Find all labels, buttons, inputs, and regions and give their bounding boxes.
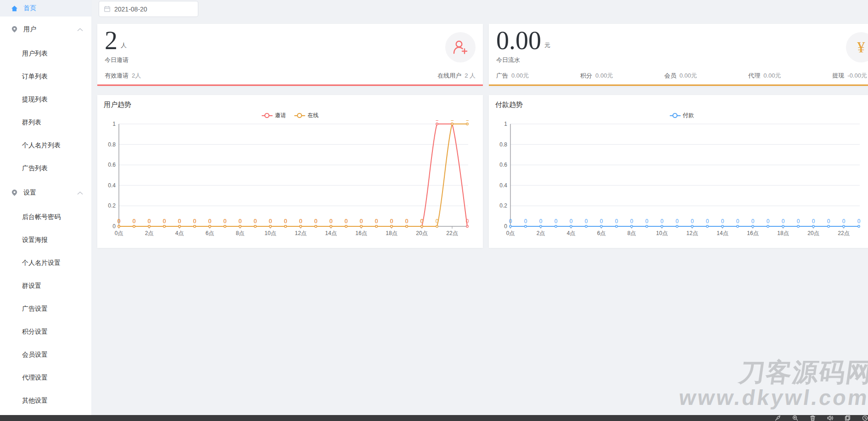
svg-text:0: 0: [360, 218, 363, 225]
sidebar-item-1-3[interactable]: 群设置: [0, 275, 91, 298]
legend-marker-icon: [262, 113, 273, 118]
legend-item-邀请[interactable]: 邀请: [262, 112, 286, 119]
stat-footer-item: 在线用户2 人: [437, 72, 476, 80]
sidebar-item-0-3[interactable]: 群列表: [0, 111, 91, 134]
legend-item-在线[interactable]: 在线: [294, 112, 319, 119]
svg-text:0: 0: [509, 218, 512, 225]
chart-legend: 邀请在线: [97, 112, 483, 119]
stat-footer-item: 代理0.00元: [748, 72, 781, 80]
svg-text:0: 0: [842, 218, 846, 225]
sidebar-group-label: 用户: [23, 25, 36, 34]
taskbar: [0, 415, 868, 421]
svg-text:0: 0: [254, 218, 257, 225]
svg-text:1: 1: [504, 121, 507, 127]
window-icon[interactable]: [845, 415, 851, 421]
sidebar-groups: 用户用户列表订单列表提现列表群列表个人名片列表广告列表设置后台帐号密码设置海报个…: [0, 17, 91, 412]
sidebar-item-1-0[interactable]: 后台帐号密码: [0, 206, 91, 229]
date-picker-input[interactable]: 2021-08-20: [99, 1, 198, 17]
svg-text:0: 0: [661, 218, 664, 225]
sidebar-item-home[interactable]: 首页: [0, 0, 91, 17]
user-trend-chart: 00.20.40.60.810点2点4点6点8点10点12点14点16点18点2…: [97, 120, 483, 248]
stat-footer-item: 会员0.00元: [664, 72, 697, 80]
sidebar-item-0-5[interactable]: 广告列表: [0, 157, 91, 180]
speaker-icon[interactable]: [827, 415, 833, 421]
sidebar-group-0[interactable]: 用户: [0, 17, 91, 42]
svg-text:0.8: 0.8: [108, 141, 116, 148]
trash-icon[interactable]: [810, 415, 816, 421]
svg-text:20点: 20点: [416, 230, 427, 236]
svg-text:0: 0: [782, 218, 785, 225]
sidebar-item-0-1[interactable]: 订单列表: [0, 65, 91, 88]
svg-text:0: 0: [224, 218, 227, 225]
stat-footer-label: 会员: [664, 72, 676, 80]
calendar-icon: [104, 6, 111, 12]
svg-text:0: 0: [269, 218, 272, 225]
svg-text:0: 0: [314, 218, 318, 225]
svg-text:0: 0: [420, 218, 424, 225]
svg-text:0: 0: [827, 218, 830, 225]
svg-text:0: 0: [193, 218, 196, 225]
svg-text:0: 0: [345, 218, 348, 225]
svg-text:0: 0: [112, 223, 116, 230]
stat-footer-value: 0.00元: [763, 72, 781, 80]
svg-text:0: 0: [133, 218, 136, 225]
watermark: 刀客源码网 www.dkywl.com: [678, 359, 868, 409]
sidebar-item-1-8[interactable]: 其他设置: [0, 389, 91, 412]
chart-title: 用户趋势: [104, 101, 131, 109]
chevron-up-icon: [77, 26, 83, 33]
svg-text:0.6: 0.6: [499, 162, 507, 168]
svg-text:0: 0: [585, 218, 588, 225]
svg-text:0: 0: [615, 218, 618, 225]
svg-text:0: 0: [466, 218, 469, 225]
legend-label: 付款: [683, 112, 694, 119]
svg-text:0: 0: [630, 218, 633, 225]
svg-text:0: 0: [504, 223, 507, 230]
revenue-subtitle: 今日流水: [496, 56, 520, 64]
svg-text:0.8: 0.8: [499, 141, 507, 148]
yen-icon: ¥: [846, 32, 868, 62]
svg-text:0: 0: [797, 218, 800, 225]
chevron-up-icon: [77, 189, 83, 196]
sidebar-item-1-1[interactable]: 设置海报: [0, 229, 91, 252]
svg-text:0: 0: [812, 218, 815, 225]
svg-text:0: 0: [163, 218, 166, 225]
sidebar-item-0-4[interactable]: 个人名片列表: [0, 134, 91, 157]
magnifier-plus-icon[interactable]: [792, 415, 798, 421]
watermark-line1: 刀客源码网: [681, 359, 868, 386]
stat-footer-label: 在线用户: [437, 72, 461, 80]
sidebar-item-1-7[interactable]: 代理设置: [0, 366, 91, 389]
svg-text:14点: 14点: [325, 230, 336, 236]
svg-text:0: 0: [767, 218, 770, 225]
svg-text:6点: 6点: [206, 230, 214, 236]
svg-text:12点: 12点: [686, 230, 698, 236]
sidebar-item-1-2[interactable]: 个人名片设置: [0, 252, 91, 275]
revenue-footer: 广告0.00元积分0.00元会员0.00元代理0.00元提现-0.00元: [496, 72, 867, 80]
svg-text:0.2: 0.2: [499, 202, 507, 209]
sidebar-item-1-6[interactable]: 会员设置: [0, 343, 91, 366]
svg-text:0.4: 0.4: [108, 182, 116, 189]
legend-label: 邀请: [275, 112, 286, 119]
sidebar-item-0-0[interactable]: 用户列表: [0, 42, 91, 65]
sidebar-item-0-2[interactable]: 提现列表: [0, 88, 91, 111]
revenue-value: 0.00: [496, 29, 541, 51]
svg-text:0: 0: [148, 218, 151, 225]
sidebar-group-1[interactable]: 设置: [0, 180, 91, 206]
svg-text:0.6: 0.6: [108, 162, 116, 168]
legend-item-付款[interactable]: 付款: [670, 112, 694, 119]
svg-text:0: 0: [691, 218, 694, 225]
invites-unit: 人: [121, 41, 127, 51]
rocket-icon[interactable]: [775, 415, 781, 421]
sidebar-item-1-5[interactable]: 积分设置: [0, 320, 91, 343]
stat-footer-value: 2 人: [465, 72, 476, 80]
user-plus-icon: [445, 32, 476, 62]
invites-subtitle: 今日邀请: [105, 56, 129, 64]
svg-text:0: 0: [539, 218, 543, 225]
sidebar-item-1-4[interactable]: 广告设置: [0, 298, 91, 320]
location-pin-icon: [11, 26, 18, 33]
svg-text:4点: 4点: [567, 230, 576, 236]
clock-icon[interactable]: [862, 415, 868, 421]
svg-text:1: 1: [466, 120, 469, 122]
payment-trend-chart: 00.20.40.60.810点2点4点6点8点10点12点14点16点18点2…: [489, 120, 868, 248]
svg-text:0.4: 0.4: [499, 182, 507, 189]
stat-footer-label: 有效邀请: [105, 72, 129, 80]
